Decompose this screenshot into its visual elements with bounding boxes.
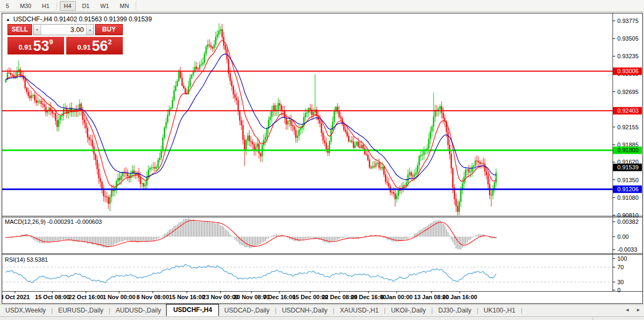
timeframe-button-d1[interactable]: D1	[78, 1, 94, 11]
svg-text:20 Jan 16:00: 20 Jan 16:00	[442, 294, 477, 300]
price-chart-canvas[interactable]: 0.937750.935050.932350.929650.926950.921…	[2, 13, 643, 304]
svg-text:-0.0033: -0.0033	[617, 246, 637, 253]
macd-indicator-label: MACD(12,26,9) -0.000291 -0.000603	[5, 218, 102, 225]
svg-text:0.93235: 0.93235	[617, 53, 639, 59]
svg-text:8 Oct 2021: 8 Oct 2021	[2, 294, 30, 300]
status-bar	[0, 316, 644, 320]
sell-button[interactable]: SELL	[7, 24, 32, 35]
volume-input[interactable]: 3.00	[41, 25, 86, 35]
svg-text:0.93006: 0.93006	[617, 68, 639, 74]
svg-text:70: 70	[617, 264, 624, 270]
svg-text:0.91800: 0.91800	[617, 147, 639, 153]
svg-text:0.92403: 0.92403	[617, 107, 639, 114]
chart-tab-bar: USDX,Weekly | EURUSD-,Daily | AUDUSD-,Da…	[0, 305, 644, 316]
svg-text:15 Oct 08:00: 15 Oct 08:00	[35, 294, 70, 300]
svg-text:22 Oct 16:00: 22 Oct 16:00	[69, 294, 104, 300]
tab-usdcad-daily[interactable]: USDCAD-,Daily	[219, 305, 275, 316]
status-bar-divider	[593, 317, 593, 320]
sell-price-display[interactable]: 0.91 53 9	[7, 37, 64, 54]
tab-usdchf-h4[interactable]: USDCHF-,H4	[166, 304, 219, 316]
sell-price-base: 0.91	[19, 43, 32, 51]
timeframe-button-h4[interactable]: H4	[60, 1, 76, 11]
tab-usdx-weekly[interactable]: USDX,Weekly	[0, 305, 51, 316]
tab-separator: |	[521, 307, 522, 316]
timeframe-button-m5[interactable]: 5	[2, 1, 13, 11]
svg-text:7 Dec 16:00: 7 Dec 16:00	[263, 294, 296, 300]
svg-text:0.90810: 0.90810	[617, 212, 639, 218]
one-click-trade-panel: SELL ▾ 3.00 ▴ BUY 0.91 53 9 0.91 56 2	[7, 24, 123, 54]
tab-xauusd-h1[interactable]: XAUUSD-,H1	[334, 305, 384, 316]
timeframe-toolbar: 5 M30 H1 H4 D1 W1 MN	[0, 0, 644, 12]
buy-price-point: 2	[108, 38, 112, 46]
chart-title: ▲ USDCHF-,H4 0.91402 0.91563 0.91399 0.9…	[6, 15, 152, 23]
tab-dj30-daily[interactable]: DJ30-,Daily	[433, 305, 477, 316]
buy-price-display[interactable]: 0.91 56 2	[66, 37, 123, 54]
chart-symbol-ohlc: USDCHF-,H4 0.91402 0.91563 0.91399 0.915…	[13, 15, 152, 23]
tab-scroll-left-icon[interactable]: ◄	[625, 307, 630, 313]
toolbar-separator	[136, 2, 136, 10]
svg-text:6 Jan 00:00: 6 Jan 00:00	[381, 294, 412, 300]
timeframe-button-h1[interactable]: H1	[38, 1, 54, 11]
tab-eurusd-daily[interactable]: EURUSD-,Daily	[53, 305, 109, 316]
svg-text:30: 30	[617, 279, 624, 285]
svg-text:0.00: 0.00	[617, 233, 629, 240]
volume-stepper: ▾ 3.00 ▴	[33, 24, 94, 35]
svg-text:0.00382: 0.00382	[617, 218, 639, 225]
chart-window: 0.937750.935050.932350.929650.926950.921…	[2, 13, 643, 304]
volume-decrease-button[interactable]: ▾	[34, 25, 41, 35]
svg-text:0.93775: 0.93775	[617, 18, 639, 24]
buy-price-pips: 56	[92, 39, 108, 53]
tab-scroll-controls: ◄ ►	[625, 307, 641, 313]
toolbar-separator	[57, 2, 57, 10]
buy-price-base: 0.91	[77, 43, 91, 51]
svg-text:0.91080: 0.91080	[617, 194, 639, 201]
svg-text:0.93505: 0.93505	[617, 35, 639, 42]
sell-price-pips: 53	[33, 39, 49, 53]
svg-text:0.92695: 0.92695	[617, 89, 639, 95]
timeframe-button-mn[interactable]: MN	[115, 1, 133, 11]
panel-collapse-icon[interactable]: ▲	[6, 17, 10, 22]
svg-text:15 Nov 16:00: 15 Nov 16:00	[169, 294, 205, 300]
tab-ukoil-daily[interactable]: UKOil-,Daily	[386, 305, 431, 316]
svg-text:0.91206: 0.91206	[617, 186, 639, 192]
tab-usdcnh-daily[interactable]: USDCNH-,Daily	[277, 305, 333, 316]
svg-text:0.91350: 0.91350	[617, 177, 639, 183]
svg-text:0.92155: 0.92155	[617, 124, 639, 130]
sell-price-point: 9	[49, 38, 53, 46]
tab-audusd-daily[interactable]: AUDUSD-,Daily	[111, 305, 167, 316]
buy-button[interactable]: BUY	[95, 24, 123, 35]
rsi-indicator-label: RSI(14) 53.5381	[5, 256, 48, 263]
timeframe-button-w1[interactable]: W1	[96, 1, 114, 11]
tab-scroll-right-icon[interactable]: ►	[636, 307, 641, 313]
svg-text:0: 0	[617, 287, 621, 293]
tab-uk100-h1[interactable]: UK100-,H1	[478, 305, 521, 316]
svg-text:0.91539: 0.91539	[617, 164, 639, 170]
timeframe-button-m30[interactable]: M30	[15, 1, 35, 11]
svg-text:8 Nov 08:00: 8 Nov 08:00	[136, 294, 169, 300]
volume-increase-button[interactable]: ▴	[86, 25, 93, 35]
svg-text:1 Nov 00:00: 1 Nov 00:00	[103, 294, 135, 300]
svg-text:100: 100	[617, 255, 627, 262]
